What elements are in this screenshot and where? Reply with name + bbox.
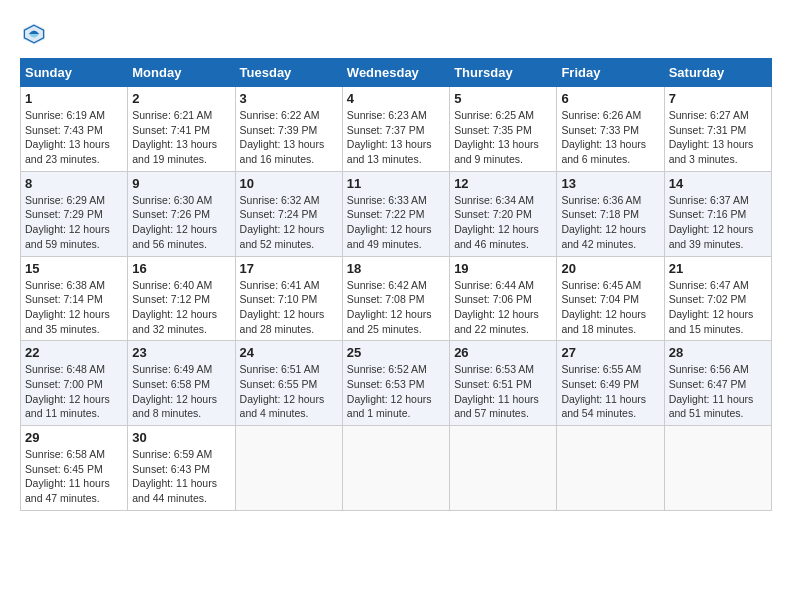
day-info: Sunrise: 6:30 AM Sunset: 7:26 PM Dayligh… <box>132 193 230 252</box>
day-info: Sunrise: 6:59 AM Sunset: 6:43 PM Dayligh… <box>132 447 230 506</box>
day-number: 29 <box>25 430 123 445</box>
day-number: 23 <box>132 345 230 360</box>
day-header-thursday: Thursday <box>450 59 557 87</box>
calendar-cell: 28Sunrise: 6:56 AM Sunset: 6:47 PM Dayli… <box>664 341 771 426</box>
day-info: Sunrise: 6:22 AM Sunset: 7:39 PM Dayligh… <box>240 108 338 167</box>
calendar-cell: 21Sunrise: 6:47 AM Sunset: 7:02 PM Dayli… <box>664 256 771 341</box>
day-info: Sunrise: 6:48 AM Sunset: 7:00 PM Dayligh… <box>25 362 123 421</box>
day-number: 21 <box>669 261 767 276</box>
calendar-cell: 17Sunrise: 6:41 AM Sunset: 7:10 PM Dayli… <box>235 256 342 341</box>
calendar-week-row: 1Sunrise: 6:19 AM Sunset: 7:43 PM Daylig… <box>21 87 772 172</box>
day-info: Sunrise: 6:56 AM Sunset: 6:47 PM Dayligh… <box>669 362 767 421</box>
day-info: Sunrise: 6:33 AM Sunset: 7:22 PM Dayligh… <box>347 193 445 252</box>
day-number: 16 <box>132 261 230 276</box>
day-info: Sunrise: 6:26 AM Sunset: 7:33 PM Dayligh… <box>561 108 659 167</box>
day-info: Sunrise: 6:27 AM Sunset: 7:31 PM Dayligh… <box>669 108 767 167</box>
day-number: 20 <box>561 261 659 276</box>
calendar-cell: 4Sunrise: 6:23 AM Sunset: 7:37 PM Daylig… <box>342 87 449 172</box>
day-header-monday: Monday <box>128 59 235 87</box>
calendar-cell: 24Sunrise: 6:51 AM Sunset: 6:55 PM Dayli… <box>235 341 342 426</box>
day-info: Sunrise: 6:44 AM Sunset: 7:06 PM Dayligh… <box>454 278 552 337</box>
calendar-cell: 22Sunrise: 6:48 AM Sunset: 7:00 PM Dayli… <box>21 341 128 426</box>
day-info: Sunrise: 6:29 AM Sunset: 7:29 PM Dayligh… <box>25 193 123 252</box>
calendar-cell: 20Sunrise: 6:45 AM Sunset: 7:04 PM Dayli… <box>557 256 664 341</box>
day-info: Sunrise: 6:21 AM Sunset: 7:41 PM Dayligh… <box>132 108 230 167</box>
calendar-week-row: 15Sunrise: 6:38 AM Sunset: 7:14 PM Dayli… <box>21 256 772 341</box>
calendar-cell: 27Sunrise: 6:55 AM Sunset: 6:49 PM Dayli… <box>557 341 664 426</box>
day-number: 15 <box>25 261 123 276</box>
day-number: 7 <box>669 91 767 106</box>
calendar-cell <box>235 426 342 511</box>
day-number: 8 <box>25 176 123 191</box>
day-info: Sunrise: 6:34 AM Sunset: 7:20 PM Dayligh… <box>454 193 552 252</box>
day-header-tuesday: Tuesday <box>235 59 342 87</box>
day-header-friday: Friday <box>557 59 664 87</box>
calendar-cell: 11Sunrise: 6:33 AM Sunset: 7:22 PM Dayli… <box>342 171 449 256</box>
calendar-cell: 9Sunrise: 6:30 AM Sunset: 7:26 PM Daylig… <box>128 171 235 256</box>
day-number: 24 <box>240 345 338 360</box>
day-number: 28 <box>669 345 767 360</box>
day-number: 22 <box>25 345 123 360</box>
calendar-cell: 25Sunrise: 6:52 AM Sunset: 6:53 PM Dayli… <box>342 341 449 426</box>
day-info: Sunrise: 6:55 AM Sunset: 6:49 PM Dayligh… <box>561 362 659 421</box>
calendar-cell: 5Sunrise: 6:25 AM Sunset: 7:35 PM Daylig… <box>450 87 557 172</box>
day-info: Sunrise: 6:47 AM Sunset: 7:02 PM Dayligh… <box>669 278 767 337</box>
calendar-cell: 7Sunrise: 6:27 AM Sunset: 7:31 PM Daylig… <box>664 87 771 172</box>
calendar-table: SundayMondayTuesdayWednesdayThursdayFrid… <box>20 58 772 511</box>
calendar-cell: 12Sunrise: 6:34 AM Sunset: 7:20 PM Dayli… <box>450 171 557 256</box>
calendar-cell: 14Sunrise: 6:37 AM Sunset: 7:16 PM Dayli… <box>664 171 771 256</box>
calendar-cell: 6Sunrise: 6:26 AM Sunset: 7:33 PM Daylig… <box>557 87 664 172</box>
day-info: Sunrise: 6:49 AM Sunset: 6:58 PM Dayligh… <box>132 362 230 421</box>
calendar-cell: 3Sunrise: 6:22 AM Sunset: 7:39 PM Daylig… <box>235 87 342 172</box>
logo <box>20 20 52 48</box>
calendar-cell: 30Sunrise: 6:59 AM Sunset: 6:43 PM Dayli… <box>128 426 235 511</box>
calendar-cell: 23Sunrise: 6:49 AM Sunset: 6:58 PM Dayli… <box>128 341 235 426</box>
day-number: 3 <box>240 91 338 106</box>
calendar-cell: 8Sunrise: 6:29 AM Sunset: 7:29 PM Daylig… <box>21 171 128 256</box>
calendar-week-row: 22Sunrise: 6:48 AM Sunset: 7:00 PM Dayli… <box>21 341 772 426</box>
day-number: 6 <box>561 91 659 106</box>
day-info: Sunrise: 6:42 AM Sunset: 7:08 PM Dayligh… <box>347 278 445 337</box>
day-info: Sunrise: 6:45 AM Sunset: 7:04 PM Dayligh… <box>561 278 659 337</box>
day-number: 5 <box>454 91 552 106</box>
calendar-week-row: 8Sunrise: 6:29 AM Sunset: 7:29 PM Daylig… <box>21 171 772 256</box>
day-info: Sunrise: 6:52 AM Sunset: 6:53 PM Dayligh… <box>347 362 445 421</box>
calendar-cell <box>557 426 664 511</box>
calendar-cell: 18Sunrise: 6:42 AM Sunset: 7:08 PM Dayli… <box>342 256 449 341</box>
day-header-wednesday: Wednesday <box>342 59 449 87</box>
day-number: 11 <box>347 176 445 191</box>
day-info: Sunrise: 6:25 AM Sunset: 7:35 PM Dayligh… <box>454 108 552 167</box>
day-number: 17 <box>240 261 338 276</box>
day-info: Sunrise: 6:41 AM Sunset: 7:10 PM Dayligh… <box>240 278 338 337</box>
calendar-cell <box>664 426 771 511</box>
calendar-cell: 15Sunrise: 6:38 AM Sunset: 7:14 PM Dayli… <box>21 256 128 341</box>
calendar-cell: 1Sunrise: 6:19 AM Sunset: 7:43 PM Daylig… <box>21 87 128 172</box>
day-number: 9 <box>132 176 230 191</box>
calendar-cell: 19Sunrise: 6:44 AM Sunset: 7:06 PM Dayli… <box>450 256 557 341</box>
day-info: Sunrise: 6:19 AM Sunset: 7:43 PM Dayligh… <box>25 108 123 167</box>
day-info: Sunrise: 6:38 AM Sunset: 7:14 PM Dayligh… <box>25 278 123 337</box>
day-header-saturday: Saturday <box>664 59 771 87</box>
day-number: 27 <box>561 345 659 360</box>
day-number: 1 <box>25 91 123 106</box>
calendar-cell: 2Sunrise: 6:21 AM Sunset: 7:41 PM Daylig… <box>128 87 235 172</box>
day-number: 4 <box>347 91 445 106</box>
day-info: Sunrise: 6:40 AM Sunset: 7:12 PM Dayligh… <box>132 278 230 337</box>
day-number: 26 <box>454 345 552 360</box>
calendar-cell: 10Sunrise: 6:32 AM Sunset: 7:24 PM Dayli… <box>235 171 342 256</box>
calendar-cell: 26Sunrise: 6:53 AM Sunset: 6:51 PM Dayli… <box>450 341 557 426</box>
day-info: Sunrise: 6:23 AM Sunset: 7:37 PM Dayligh… <box>347 108 445 167</box>
page-header <box>20 20 772 48</box>
day-number: 18 <box>347 261 445 276</box>
day-info: Sunrise: 6:37 AM Sunset: 7:16 PM Dayligh… <box>669 193 767 252</box>
logo-icon <box>20 20 48 48</box>
day-info: Sunrise: 6:51 AM Sunset: 6:55 PM Dayligh… <box>240 362 338 421</box>
day-number: 2 <box>132 91 230 106</box>
calendar-cell: 13Sunrise: 6:36 AM Sunset: 7:18 PM Dayli… <box>557 171 664 256</box>
calendar-header-row: SundayMondayTuesdayWednesdayThursdayFrid… <box>21 59 772 87</box>
day-number: 12 <box>454 176 552 191</box>
day-header-sunday: Sunday <box>21 59 128 87</box>
day-info: Sunrise: 6:32 AM Sunset: 7:24 PM Dayligh… <box>240 193 338 252</box>
day-number: 30 <box>132 430 230 445</box>
calendar-cell <box>342 426 449 511</box>
